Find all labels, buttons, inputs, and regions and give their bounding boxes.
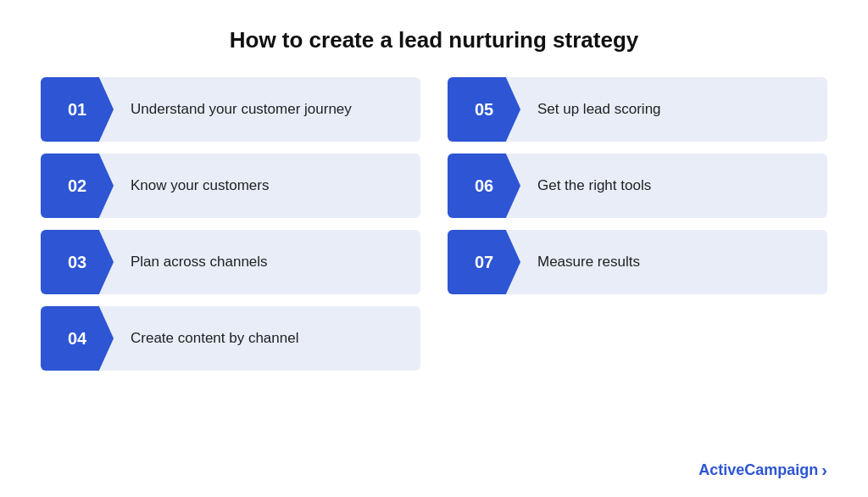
item-label: Set up lead scoring	[520, 101, 661, 118]
item-number-badge: 05	[448, 77, 520, 142]
item-number-badge: 06	[448, 154, 520, 218]
brand-name: ActiveCampaign	[698, 461, 818, 479]
item-label: Understand your customer journey	[114, 101, 352, 118]
list-item: 02Know your customers	[41, 154, 420, 218]
brand-chevron-icon: ›	[821, 461, 827, 480]
item-number-badge: 04	[41, 306, 114, 371]
item-number-badge: 02	[41, 154, 114, 218]
item-label: Measure results	[520, 254, 640, 271]
list-item: 04Create content by channel	[41, 306, 420, 371]
item-number-badge: 01	[41, 77, 114, 142]
page-title: How to create a lead nurturing strategy	[230, 27, 639, 53]
page-container: How to create a lead nurturing strategy …	[0, 0, 868, 497]
item-label: Know your customers	[114, 177, 269, 194]
items-grid: 01Understand your customer journey05Set …	[41, 77, 827, 371]
list-item: 05Set up lead scoring	[448, 77, 827, 142]
item-label: Get the right tools	[520, 177, 651, 194]
brand-logo: ActiveCampaign ›	[698, 461, 827, 480]
list-item: 06Get the right tools	[448, 154, 827, 218]
list-item: 07Measure results	[448, 230, 827, 294]
list-item: 03Plan across channels	[41, 230, 420, 294]
item-number-badge: 07	[448, 230, 520, 294]
item-label: Create content by channel	[114, 330, 298, 347]
list-item: 01Understand your customer journey	[41, 77, 420, 142]
item-label: Plan across channels	[114, 254, 268, 271]
item-number-badge: 03	[41, 230, 114, 294]
